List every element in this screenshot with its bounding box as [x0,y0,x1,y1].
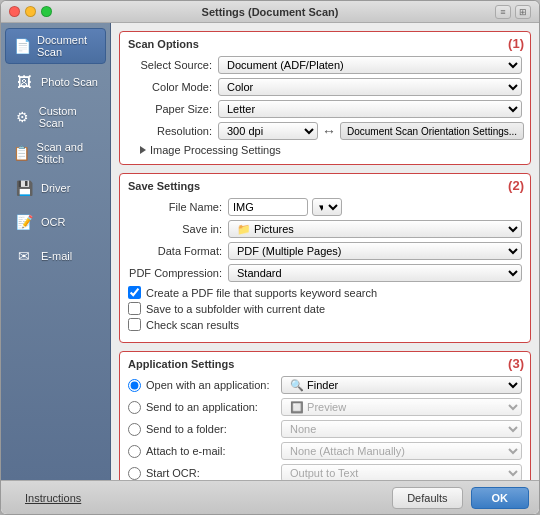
maximize-button[interactable] [41,6,52,17]
save-settings-section: Save Settings (2) File Name: ▾ Save in: [119,173,531,343]
pdf-compression-row: PDF Compression: Standard [128,264,522,282]
application-settings-number: (3) [508,356,524,371]
send-folder-radio[interactable] [128,423,141,436]
open-app-select[interactable]: 🔍 Finder [281,376,522,394]
checkbox2-row: Save to a subfolder with current date [128,302,522,315]
main-content: Scan Options (1) Select Source: Document… [111,23,539,480]
checkbox3-row: Check scan results [128,318,522,331]
data-format-label: Data Format: [128,245,228,257]
titlebar-icon-area: ≡ ⊞ [495,5,531,19]
color-mode-select[interactable]: Color [218,78,522,96]
toolbar-icon1[interactable]: ≡ [495,5,511,19]
save-in-select[interactable]: 📁 Pictures [228,220,522,238]
sidebar-label-photo-scan: Photo Scan [41,76,98,88]
image-processing-triangle[interactable] [140,146,146,154]
select-source-row: Select Source: Document (ADF/Platen) [128,56,522,74]
file-name-row: File Name: ▾ [128,198,522,216]
ok-button[interactable]: OK [471,487,530,509]
sidebar-item-photo-scan[interactable]: 🖼 Photo Scan [5,66,106,98]
save-in-row: Save in: 📁 Pictures [128,220,522,238]
scan-and-stitch-icon: 📋 [13,142,31,164]
select-source-label: Select Source: [128,59,218,71]
color-mode-control: Color [218,78,522,96]
open-app-label: Open with an application: [146,379,276,391]
file-name-input[interactable] [228,198,308,216]
send-app-radio[interactable] [128,401,141,414]
toolbar-icon2[interactable]: ⊞ [515,5,531,19]
minimize-button[interactable] [25,6,36,17]
radio-open-app-row: Open with an application: 🔍 Finder [128,376,522,394]
document-scan-icon: 📄 [14,35,31,57]
sidebar-label-ocr: OCR [41,216,65,228]
sidebar-label-custom-scan: Custom Scan [39,105,98,129]
sidebar-label-document-scan: Document Scan [37,34,97,58]
checkbox1-row: Create a PDF file that supports keyword … [128,286,522,299]
bottom-left: Instructions [11,487,392,509]
sidebar-item-email[interactable]: ✉ E-mail [5,240,106,272]
attach-email-select[interactable]: None (Attach Manually) [281,442,522,460]
sidebar-item-custom-scan[interactable]: ⚙ Custom Scan [5,100,106,134]
file-name-suffix-select[interactable]: ▾ [312,198,342,216]
paper-size-control: Letter [218,100,522,118]
orientation-settings-button[interactable]: Document Scan Orientation Settings... [340,122,524,140]
instructions-button[interactable]: Instructions [11,487,95,509]
sidebar-item-driver[interactable]: 💾 Driver [5,172,106,204]
attach-email-radio[interactable] [128,445,141,458]
pdf-compression-select[interactable]: Standard [228,264,522,282]
resolution-label: Resolution: [128,125,218,137]
paper-size-select[interactable]: Letter [218,100,522,118]
subfolder-checkbox[interactable] [128,302,141,315]
sidebar-item-ocr[interactable]: 📝 OCR [5,206,106,238]
custom-scan-icon: ⚙ [13,106,33,128]
settings-window: Settings (Document Scan) ≡ ⊞ 📄 Document … [0,0,540,515]
resolution-select[interactable]: 300 dpi [218,122,318,140]
application-settings-title: Application Settings [128,358,522,370]
start-ocr-select-wrapper: Output to Text [281,464,522,480]
titlebar: Settings (Document Scan) ≡ ⊞ [1,1,539,23]
bottom-bar: Instructions Defaults OK [1,480,539,514]
start-ocr-radio[interactable] [128,467,141,480]
send-app-select[interactable]: 🔲 Preview [281,398,522,416]
start-ocr-select[interactable]: Output to Text [281,464,522,480]
sidebar-item-document-scan[interactable]: 📄 Document Scan [5,28,106,64]
file-name-label: File Name: [128,201,228,213]
sidebar-item-scan-and-stitch[interactable]: 📋 Scan and Stitch [5,136,106,170]
subfolder-label: Save to a subfolder with current date [146,303,325,315]
send-app-select-wrapper: 🔲 Preview [281,398,522,416]
select-source-select[interactable]: Document (ADF/Platen) [218,56,522,74]
check-scan-results-checkbox[interactable] [128,318,141,331]
send-folder-label: Send to a folder: [146,423,276,435]
keyword-search-label: Create a PDF file that supports keyword … [146,287,377,299]
window-body: 📄 Document Scan 🖼 Photo Scan ⚙ Custom Sc… [1,23,539,480]
save-settings-number: (2) [508,178,524,193]
data-format-control: PDF (Multiple Pages) [228,242,522,260]
radio-send-folder-row: Send to a folder: None [128,420,522,438]
bottom-right: Defaults OK [392,487,529,509]
pdf-compression-label: PDF Compression: [128,267,228,279]
resolution-control: 300 dpi ↔ Document Scan Orientation Sett… [218,122,524,140]
defaults-button[interactable]: Defaults [392,487,462,509]
driver-icon: 💾 [13,177,35,199]
save-settings-title: Save Settings [128,180,522,192]
image-processing-row: Image Processing Settings [128,144,522,156]
scan-options-number: (1) [508,36,524,51]
send-app-label: Send to an application: [146,401,276,413]
attach-email-select-wrapper: None (Attach Manually) [281,442,522,460]
scan-options-title: Scan Options [128,38,522,50]
file-name-control: ▾ [228,198,522,216]
data-format-select[interactable]: PDF (Multiple Pages) [228,242,522,260]
keyword-search-checkbox[interactable] [128,286,141,299]
data-format-row: Data Format: PDF (Multiple Pages) [128,242,522,260]
paper-size-label: Paper Size: [128,103,218,115]
traffic-lights [9,6,52,17]
scan-icon[interactable]: ↔ [322,123,336,139]
color-mode-label: Color Mode: [128,81,218,93]
radio-send-app-row: Send to an application: 🔲 Preview [128,398,522,416]
sidebar: 📄 Document Scan 🖼 Photo Scan ⚙ Custom Sc… [1,23,111,480]
send-folder-select-wrapper: None [281,420,522,438]
close-button[interactable] [9,6,20,17]
scan-options-section: Scan Options (1) Select Source: Document… [119,31,531,165]
save-in-control: 📁 Pictures [228,220,522,238]
send-folder-select[interactable]: None [281,420,522,438]
open-app-radio[interactable] [128,379,141,392]
